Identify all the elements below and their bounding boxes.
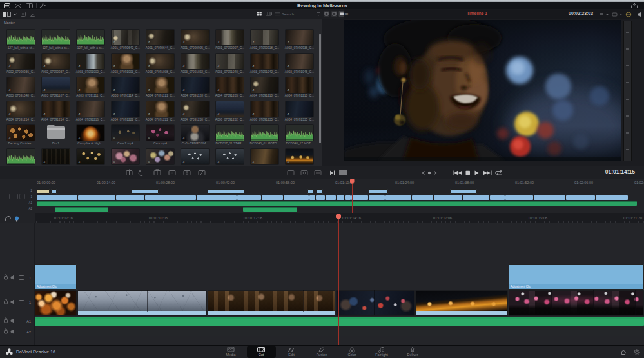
svg-text:1: 1 [29, 301, 31, 304]
svg-text:A2: A2 [26, 330, 31, 334]
svg-text:A1: A1 [26, 319, 31, 323]
svg-text:1: 1 [29, 276, 31, 280]
